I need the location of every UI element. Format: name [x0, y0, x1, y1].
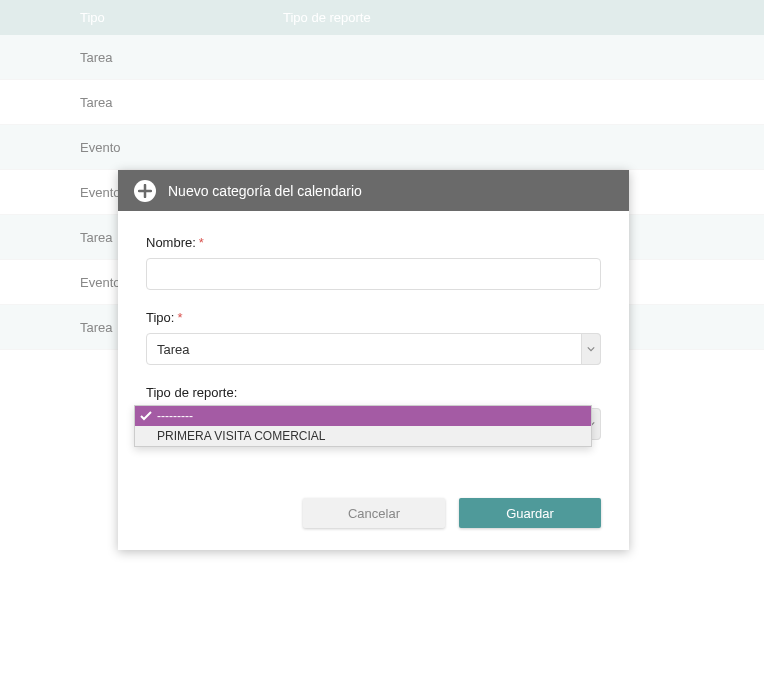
modal-title: Nuevo categoría del calendario — [168, 183, 362, 199]
tipo-select[interactable]: Tarea — [146, 333, 601, 365]
nombre-input[interactable] — [146, 258, 601, 290]
cell-tipo: Evento — [80, 140, 283, 155]
tipo-select-value: Tarea — [146, 333, 601, 365]
dropdown-option-primera-visita[interactable]: PRIMERA VISITA COMERCIAL — [135, 426, 591, 446]
cell-tipo: Tarea — [80, 95, 283, 110]
cancel-button[interactable]: Cancelar — [303, 498, 445, 528]
table-row[interactable]: Tarea — [0, 35, 764, 80]
tipo-label: Tipo:* — [146, 310, 182, 325]
cell-tipo: Tarea — [80, 50, 283, 65]
check-icon — [140, 410, 152, 422]
required-asterisk: * — [199, 235, 204, 250]
reporte-dropdown-menu: --------- PRIMERA VISITA COMERCIAL — [134, 405, 592, 447]
form-group-tipo: Tipo:* Tarea — [146, 308, 601, 365]
reporte-label: Tipo de reporte: — [146, 385, 237, 400]
nombre-label-text: Nombre: — [146, 235, 196, 250]
table-header-row: Tipo Tipo de reporte — [0, 0, 764, 35]
modal-header: Nuevo categoría del calendario — [118, 170, 629, 211]
form-group-nombre: Nombre:* — [146, 233, 601, 290]
table-row[interactable]: Evento — [0, 125, 764, 170]
nombre-label: Nombre:* — [146, 235, 204, 250]
required-asterisk: * — [177, 310, 182, 325]
modal-body: Nombre:* Tipo:* Tarea Tipo de reporte: — [118, 211, 629, 498]
save-button[interactable]: Guardar — [459, 498, 601, 528]
dropdown-option-none[interactable]: --------- — [135, 406, 591, 426]
table-row[interactable]: Tarea — [0, 80, 764, 125]
chevron-down-icon — [581, 333, 601, 365]
plus-circle-icon — [134, 180, 156, 202]
new-category-modal: Nuevo categoría del calendario Nombre:* … — [118, 170, 629, 550]
header-tipo: Tipo — [80, 10, 283, 25]
modal-footer: Cancelar Guardar — [118, 498, 629, 550]
dropdown-option-label: --------- — [157, 409, 193, 423]
header-reporte: Tipo de reporte — [283, 10, 764, 25]
tipo-label-text: Tipo: — [146, 310, 174, 325]
dropdown-option-label: PRIMERA VISITA COMERCIAL — [157, 429, 325, 443]
